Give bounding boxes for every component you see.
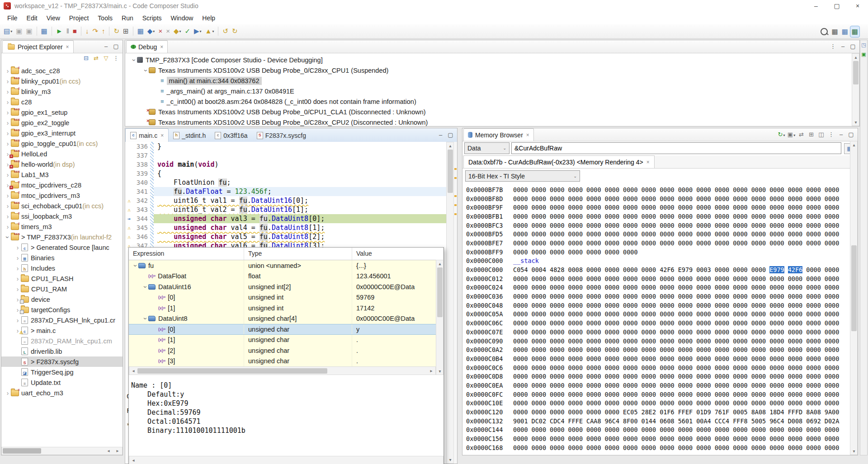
menu-project[interactable]: Project — [65, 13, 94, 23]
memory-word[interactable]: 0000 — [751, 364, 766, 371]
editor-tab-f2837x-syscfg[interactable]: SF2837x.syscfg — [252, 129, 311, 142]
scroll-left-icon[interactable]: ◂ — [130, 368, 137, 373]
memory-word[interactable]: 0004 — [532, 266, 547, 273]
suspend-button[interactable]: ‖ — [65, 26, 71, 37]
target-config-button[interactable]: ▦ — [40, 26, 49, 37]
forward-button[interactable]: ↻ — [231, 26, 239, 37]
memory-word[interactable]: 0000 — [642, 435, 656, 442]
memory-word[interactable]: 0608 — [660, 417, 675, 425]
memory-word[interactable]: 0000 — [696, 435, 711, 442]
memory-word[interactable]: 0000 — [678, 213, 693, 220]
memory-word[interactable]: 0000 — [532, 373, 547, 380]
memory-word[interactable]: 0000 — [605, 382, 620, 389]
memory-word[interactable]: 0000 — [586, 239, 601, 247]
memory-row[interactable]: 0x0000BFC3000000000000000000000000000000… — [466, 221, 849, 230]
project-item[interactable]: ≡Update.txt — [1, 377, 123, 388]
scrollbar-thumb[interactable] — [437, 267, 443, 317]
memory-word[interactable]: 0000 — [696, 275, 711, 282]
chevron-collapsed-icon[interactable]: › — [5, 223, 10, 230]
memory-word[interactable]: 0000 — [678, 302, 693, 309]
memory-row[interactable]: 0x0000C07E000000000000000000000000000000… — [466, 328, 849, 337]
editor-tab-main-c[interactable]: cmain.c× — [125, 128, 169, 142]
scroll-right-icon[interactable]: ▸ — [114, 448, 121, 453]
memory-word[interactable]: 96C4 — [769, 417, 784, 425]
code-line[interactable]: ⚠346 unsigned char val5 = fu.DataUint8[2… — [125, 232, 446, 241]
memory-word[interactable]: 28E2 — [642, 408, 656, 416]
memory-word[interactable]: 01F6 — [660, 408, 675, 416]
memory-word[interactable]: 0000 — [788, 239, 803, 247]
memory-word[interactable]: 0000 — [751, 310, 766, 318]
memory-word[interactable]: 0000 — [550, 230, 565, 238]
memory-word[interactable]: 0000 — [788, 426, 803, 433]
memory-word[interactable]: 0000 — [769, 435, 784, 442]
memory-word[interactable]: 0692 — [806, 417, 821, 425]
menu-tools[interactable]: Tools — [93, 13, 117, 23]
project-item[interactable]: ›c⚠> main.c — [1, 325, 123, 336]
memory-word[interactable]: 0000 — [586, 302, 601, 309]
memory-word[interactable]: 0000 — [568, 248, 583, 256]
memory-word[interactable]: 0000 — [678, 399, 693, 407]
chevron-expanded-icon[interactable]: › — [131, 57, 138, 63]
memory-word[interactable]: 0000 — [623, 426, 638, 433]
memory-word[interactable]: 0000 — [788, 275, 803, 282]
memory-word[interactable]: 0000 — [769, 364, 784, 371]
memory-word[interactable]: 0000 — [623, 204, 638, 211]
memory-word[interactable]: 0000 — [678, 444, 693, 451]
project-item[interactable]: ›hIncludes — [1, 263, 123, 273]
project-item[interactable]: ›ctimers_m3 — [1, 221, 123, 232]
memory-word[interactable]: 0000 — [769, 346, 784, 353]
memory-word[interactable]: 0000 — [586, 266, 601, 273]
memory-word[interactable]: 0000 — [568, 408, 583, 416]
memory-word[interactable]: 0000 — [513, 337, 528, 345]
chevron-collapsed-icon[interactable]: › — [5, 389, 10, 397]
memory-word[interactable]: 0000 — [733, 328, 748, 336]
disconnect-button[interactable]: × — [165, 26, 171, 37]
memory-word[interactable]: 0000 — [568, 355, 583, 362]
memory-word[interactable]: 0000 — [660, 346, 675, 353]
memory-word[interactable]: 0000 — [532, 186, 547, 193]
filter-dropdown[interactable]: ▲▾ — [204, 26, 216, 37]
memory-word[interactable]: C054 — [513, 266, 528, 273]
memory-word[interactable]: 0000 — [586, 230, 601, 238]
memory-word[interactable]: 0000 — [715, 444, 730, 451]
memory-word[interactable]: 0000 — [532, 364, 547, 371]
memory-row[interactable]: 0x0000C012000000000000000000000000000000… — [466, 274, 849, 283]
memory-word[interactable]: 0000 — [642, 239, 656, 247]
project-item[interactable]: ›device — [1, 294, 123, 305]
memory-vscrollbar[interactable]: ▴ ▾ — [850, 141, 858, 455]
chevron-collapsed-icon[interactable]: › — [15, 275, 20, 282]
memory-word[interactable]: 0000 — [751, 266, 766, 273]
memory-word[interactable]: 0000 — [769, 399, 784, 407]
memory-word[interactable]: 0000 — [678, 337, 693, 345]
menu-view[interactable]: View — [42, 13, 65, 23]
memory-word[interactable]: D008 — [788, 417, 803, 425]
memory-word[interactable]: 0000 — [642, 346, 656, 353]
memory-word[interactable]: 0000 — [733, 444, 748, 451]
memory-row[interactable]: 0x0000C120000000000000000000000000EC0528… — [466, 408, 849, 417]
memory-grid-button[interactable]: ⊞ — [122, 26, 130, 37]
memory-word[interactable]: 0000 — [751, 239, 766, 247]
memory-word[interactable]: 0000 — [825, 444, 840, 451]
memory-word[interactable]: 0000 — [715, 195, 730, 202]
code-line[interactable]: 336} — [125, 142, 446, 151]
memory-word[interactable]: 0000 — [825, 239, 840, 247]
debug-tree-row[interactable]: ›Texas Instruments XDS100v2 USB Debug Pr… — [125, 65, 851, 75]
memory-word[interactable]: 0000 — [513, 328, 528, 336]
memory-word[interactable]: 0000 — [550, 204, 565, 211]
memory-word[interactable]: 0000 — [769, 337, 784, 345]
memory-word[interactable]: 0000 — [660, 399, 675, 407]
memory-row[interactable]: 0x0000BF7B000000000000000000000000000000… — [466, 185, 849, 194]
memory-word[interactable]: 0000 — [550, 213, 565, 220]
memory-word[interactable]: 0000 — [788, 328, 803, 336]
maximize-view-button[interactable]: ▢ — [111, 42, 121, 51]
memory-word[interactable]: 0000 — [733, 435, 748, 442]
expression-row[interactable]: (x)=[2]unsigned char. — [129, 345, 443, 356]
memory-word[interactable]: 0000 — [550, 364, 565, 371]
memory-word[interactable]: 0000 — [586, 186, 601, 193]
chevron-collapsed-icon[interactable]: › — [5, 202, 10, 210]
memory-word[interactable]: 0000 — [605, 213, 620, 220]
project-item[interactable]: ›cmtoc_ipcdrivers_m3 — [1, 190, 123, 201]
scroll-up-icon[interactable]: ▴ — [851, 142, 857, 147]
memory-word[interactable]: 0000 — [642, 186, 656, 193]
debug-tree-row[interactable]: ≡main() at main.c:344 0x083762 — [125, 75, 851, 86]
